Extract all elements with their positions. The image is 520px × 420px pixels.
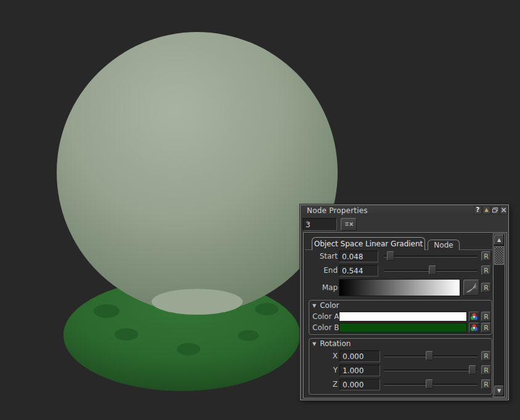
reset-rotation-z-button[interactable]: R bbox=[481, 379, 491, 389]
slider-knob[interactable] bbox=[426, 379, 433, 389]
slider-track[interactable] bbox=[384, 256, 477, 257]
rotation-x-slider[interactable] bbox=[384, 350, 477, 361]
rotation-y-slider[interactable] bbox=[384, 365, 477, 376]
slider-track[interactable] bbox=[384, 370, 477, 371]
rotation-y-label: Y bbox=[316, 365, 338, 376]
base-dimple bbox=[177, 343, 200, 355]
collapse-triangle-icon: ▼ bbox=[312, 341, 316, 347]
color-a-label: Color A bbox=[312, 311, 342, 322]
rotation-z-slider[interactable] bbox=[384, 379, 477, 390]
rgb-picker-icon bbox=[470, 313, 478, 320]
reset-map-button[interactable]: R bbox=[481, 283, 491, 293]
tab-object-space-linear-gradient[interactable]: Object Space Linear Gradient bbox=[312, 237, 425, 250]
color-b-picker-button[interactable] bbox=[469, 323, 479, 333]
base-dimple bbox=[115, 328, 138, 341]
pin-triangle-icon[interactable]: ▲ bbox=[482, 206, 490, 214]
slider-knob[interactable] bbox=[426, 351, 433, 360]
end-label: End bbox=[304, 265, 338, 276]
tab-node[interactable]: Node bbox=[428, 240, 460, 250]
reset-color-a-button[interactable]: R bbox=[481, 312, 491, 321]
slider-knob[interactable] bbox=[469, 365, 476, 374]
rotation-z-label: Z bbox=[316, 379, 338, 390]
base-dimple bbox=[238, 330, 259, 341]
titlebar[interactable]: Node Properties ? ▲ × bbox=[301, 205, 508, 216]
base-dimple bbox=[255, 303, 278, 315]
close-icon[interactable]: × bbox=[500, 206, 508, 214]
rotation-x-label: X bbox=[316, 350, 338, 361]
reset-color-b-button[interactable]: R bbox=[481, 323, 491, 333]
color-b-swatch[interactable] bbox=[339, 323, 467, 333]
node-name-action-button[interactable] bbox=[341, 218, 357, 231]
scroll-up-icon[interactable]: ▲ bbox=[494, 235, 504, 245]
gradient-map-bar[interactable] bbox=[339, 279, 460, 296]
tab-label: Object Space Linear Gradient bbox=[314, 240, 423, 248]
preview-sphere bbox=[57, 32, 338, 313]
slider-knob[interactable] bbox=[387, 251, 394, 260]
properties-panel: Object Space Linear Gradient Node Start … bbox=[303, 232, 507, 398]
rotation-x-input[interactable] bbox=[339, 350, 380, 362]
start-label: Start bbox=[304, 251, 338, 262]
base-dimple bbox=[94, 304, 120, 318]
node-properties-window: Node Properties ? ▲ × Object Space Linea… bbox=[300, 204, 509, 400]
rotation-z-input[interactable] bbox=[339, 379, 380, 390]
curves-icon bbox=[465, 281, 477, 294]
color-a-swatch[interactable] bbox=[339, 312, 467, 321]
sphere-neck bbox=[152, 289, 243, 315]
edit-list-icon bbox=[344, 221, 354, 228]
rotation-y-input[interactable] bbox=[339, 365, 380, 376]
window-title: Node Properties bbox=[307, 206, 368, 215]
restore-glyph bbox=[492, 208, 498, 212]
rgb-picker-icon bbox=[470, 324, 478, 331]
edit-gradient-button[interactable] bbox=[463, 280, 479, 296]
node-name-input[interactable] bbox=[303, 218, 337, 231]
map-label: Map bbox=[304, 282, 338, 293]
color-b-label: Color B bbox=[312, 322, 342, 333]
color-a-picker-button[interactable] bbox=[469, 312, 479, 321]
reset-end-button[interactable]: R bbox=[481, 265, 491, 275]
tab-label: Node bbox=[434, 241, 453, 249]
start-input[interactable] bbox=[339, 251, 378, 262]
color-group-title: Color bbox=[320, 301, 339, 310]
titlebar-buttons: ? ▲ × bbox=[473, 206, 508, 214]
reset-rotation-y-button[interactable]: R bbox=[481, 365, 491, 375]
slider-knob[interactable] bbox=[429, 265, 436, 275]
scrollbar-thumb[interactable] bbox=[494, 246, 504, 265]
rotation-group-title: Rotation bbox=[320, 339, 351, 348]
gradient-map bbox=[339, 280, 460, 296]
scroll-down-icon[interactable]: ▼ bbox=[494, 386, 504, 396]
scrollbar[interactable]: ▲ ▼ bbox=[493, 233, 505, 397]
end-input[interactable] bbox=[339, 265, 378, 277]
collapse-triangle-icon: ▼ bbox=[312, 303, 316, 309]
color-group-header[interactable]: ▼ Color bbox=[312, 301, 339, 310]
rotation-group-header[interactable]: ▼ Rotation bbox=[312, 339, 351, 348]
reset-rotation-x-button[interactable]: R bbox=[481, 351, 491, 361]
help-icon[interactable]: ? bbox=[474, 206, 482, 214]
reset-start-button[interactable]: R bbox=[481, 251, 491, 261]
end-slider[interactable] bbox=[384, 265, 477, 276]
start-slider[interactable] bbox=[384, 251, 477, 262]
restore-icon[interactable] bbox=[491, 206, 499, 214]
